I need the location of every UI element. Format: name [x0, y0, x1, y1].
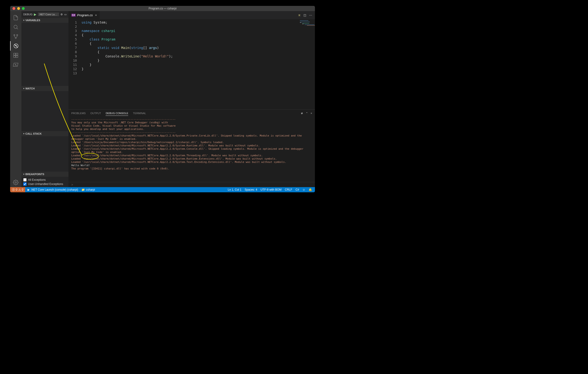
svg-point-3 [17, 35, 18, 36]
breakpoint-label: User-Unhandled Exceptions [28, 182, 63, 186]
source-control-icon[interactable] [10, 32, 21, 41]
breakpoint-item[interactable]: User-Unhandled Exceptions [23, 182, 67, 186]
tab-filename: Program.cs [77, 13, 93, 17]
play-icon: ▶ [28, 188, 30, 191]
powershell-icon[interactable] [10, 60, 21, 69]
svg-point-2 [14, 35, 15, 36]
status-errors-warnings[interactable]: ⓧ0 ⚠0 [10, 187, 25, 192]
window-body: DEBUG ▶ .NET Core Launc ⚙ ▭ VARIABLES WA… [10, 11, 315, 187]
git-compare-icon[interactable]: ⤭ [298, 13, 301, 17]
variables-header[interactable]: VARIABLES [21, 18, 68, 23]
minimize-window-button[interactable] [17, 7, 20, 10]
folder-icon: 📁 [81, 188, 85, 191]
close-window-button[interactable] [12, 7, 15, 10]
watch-section: WATCH [21, 86, 68, 131]
svg-rect-8 [16, 53, 18, 55]
explorer-icon[interactable] [10, 13, 21, 22]
minimap[interactable] [300, 20, 314, 27]
tab-program-cs[interactable]: C# Program.cs × [68, 11, 100, 19]
svg-rect-9 [14, 55, 16, 57]
debug-icon[interactable] [10, 41, 21, 51]
start-debug-button[interactable]: ▶ [34, 12, 36, 16]
debug-console-input[interactable]: > [68, 182, 315, 187]
callstack-section: CALL STACK [21, 131, 68, 171]
more-actions-icon[interactable]: ⋯ [309, 13, 312, 17]
debug-sidebar: DEBUG ▶ .NET Core Launc ⚙ ▭ VARIABLES WA… [21, 11, 68, 187]
status-encoding[interactable]: UTF-8 with BOM [260, 188, 283, 191]
status-eol[interactable]: CRLF [284, 188, 293, 191]
svg-rect-7 [14, 53, 16, 55]
code-editor[interactable]: 12345678910111213 using System; namespac… [68, 19, 315, 109]
debug-label: DEBUG [23, 13, 32, 16]
breakpoint-checkbox[interactable] [23, 182, 27, 186]
debug-toolbar: DEBUG ▶ .NET Core Launc ⚙ ▭ [21, 11, 68, 18]
error-icon: ⓧ [12, 188, 15, 192]
editor-actions: ⤭ ◫ ⋯ [295, 11, 315, 19]
breakpoint-checkbox[interactable] [23, 178, 27, 182]
debug-console-toggle-icon[interactable]: ▭ [64, 13, 67, 16]
status-feedback-icon[interactable]: ☺ [302, 188, 306, 191]
tab-problems[interactable]: PROBLEMS [71, 111, 86, 116]
status-language[interactable]: C# [294, 188, 300, 191]
breakpoint-label: All Exceptions [28, 178, 46, 182]
titlebar[interactable]: Program.cs — csharpi [10, 6, 315, 11]
input-prompt: > [71, 183, 73, 186]
variables-section: VARIABLES [21, 18, 68, 86]
editor-tabs: C# Program.cs × ⤭ ◫ ⋯ [68, 11, 315, 19]
clear-console-icon[interactable]: ≢ [301, 112, 303, 115]
breakpoints-section: BREAKPOINTS All ExceptionsUser-Unhandled… [21, 171, 68, 187]
maximize-window-button[interactable] [22, 7, 25, 10]
svg-point-0 [14, 25, 17, 29]
status-notifications-icon[interactable]: 🔔 [308, 188, 313, 191]
callstack-header[interactable]: CALL STACK [21, 131, 68, 136]
line-numbers: 12345678910111213 [68, 19, 80, 109]
status-ln-col[interactable]: Ln 1, Col 1 [227, 188, 242, 191]
code-content[interactable]: using System; namespace csharpi{ class P… [80, 19, 173, 109]
tab-terminal[interactable]: TERMINAL [133, 111, 146, 116]
svg-point-11 [15, 182, 16, 183]
status-debug-config[interactable]: ▶ .NET Core Launch (console) (csharpi) [27, 188, 79, 191]
breakpoints-header[interactable]: BREAKPOINTS [21, 171, 68, 177]
breakpoint-item[interactable]: All Exceptions [23, 178, 67, 182]
settings-gear-icon[interactable] [10, 178, 21, 187]
svg-line-1 [17, 28, 18, 29]
main-area: C# Program.cs × ⤭ ◫ ⋯ 12345678910111213 … [68, 11, 315, 187]
status-branch[interactable]: 📁 csharpi [80, 188, 96, 191]
debug-settings-icon[interactable]: ⚙ [61, 13, 63, 16]
close-tab-icon[interactable]: × [95, 13, 97, 17]
svg-rect-10 [16, 55, 18, 57]
tab-output[interactable]: OUTPUT [90, 111, 101, 116]
close-panel-icon[interactable]: × [311, 112, 312, 115]
collapse-panel-icon[interactable]: ⌃ [306, 112, 308, 115]
status-bar: ⓧ0 ⚠0 ▶ .NET Core Launch (console) (csha… [10, 187, 315, 192]
svg-point-4 [15, 37, 16, 39]
debug-config-select[interactable]: .NET Core Launc [38, 12, 59, 16]
bottom-panel: PROBLEMS OUTPUT DEBUG CONSOLE TERMINAL ≡… [68, 109, 315, 187]
search-icon[interactable] [10, 22, 21, 32]
warning-icon: ⚠ [18, 188, 21, 191]
debug-console-output[interactable]: ----------------------------------------… [68, 117, 315, 182]
tab-debug-console[interactable]: DEBUG CONSOLE [105, 111, 128, 116]
vscode-window: Program.cs — csharpi [10, 6, 315, 192]
panel-tabs: PROBLEMS OUTPUT DEBUG CONSOLE TERMINAL ≡… [68, 110, 315, 117]
csharp-badge-icon: C# [71, 14, 76, 17]
activity-bar [10, 11, 21, 187]
split-editor-icon[interactable]: ◫ [304, 13, 306, 17]
watch-header[interactable]: WATCH [21, 86, 68, 91]
status-spaces[interactable]: Spaces: 4 [244, 188, 258, 191]
window-controls [12, 7, 25, 10]
window-title: Program.cs — csharpi [149, 7, 177, 10]
extensions-icon[interactable] [10, 51, 21, 60]
